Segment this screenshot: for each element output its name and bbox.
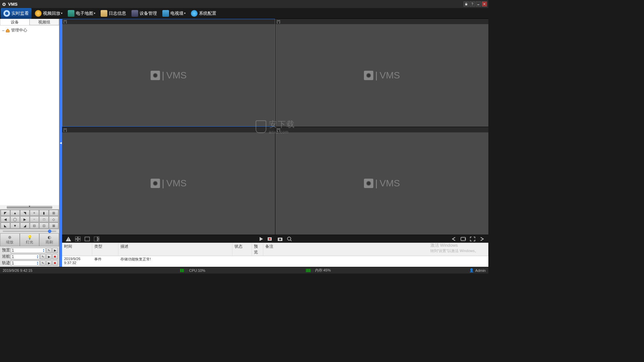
wiper-icon: ◐ (40, 235, 59, 240)
loop-button[interactable] (460, 236, 467, 242)
device-tree[interactable]: ‒ 管理中心 (0, 25, 59, 205)
main-area: [*] |VMS [*] |VMS [*] |VMS [*] |VMS 安下载a… (62, 19, 488, 267)
cell-label: [*] (275, 127, 488, 132)
camera-placeholder-icon (151, 179, 160, 188)
ptz-down-right[interactable]: ◢ (20, 223, 30, 229)
vms-placeholder: |VMS (364, 70, 400, 81)
ptz-up[interactable]: ▲ (10, 210, 20, 216)
layout-4-button[interactable] (74, 236, 82, 242)
log-row[interactable]: 2019/9/26 9:37:32 事件 视频转发功能恢复正常! (62, 265, 488, 267)
ptz-zoom-out[interactable]: － (30, 216, 39, 222)
video-cell-4[interactable]: [*] |VMS (275, 127, 488, 235)
ptz-aux2[interactable]: ⊡ (39, 223, 49, 229)
track-edit-button[interactable]: ✎ (40, 260, 46, 266)
tree-root[interactable]: ‒ 管理中心 (1, 27, 58, 34)
ptz-control-grid: ◤ ▲ ◥ ＋ ▮ ⊞ ◀ ◯ ▶ － □ ◇ ◣ ▼ ◢ ⊟ ⊡ ⊠ (0, 209, 59, 229)
titlebar: VMS ? (0, 0, 488, 8)
alarm-icon[interactable]: ! (65, 236, 72, 242)
track-play-button[interactable]: ▶ (46, 260, 52, 266)
user-icon: 👤 (469, 268, 474, 273)
camera-placeholder-icon (151, 71, 160, 80)
track-delete-button[interactable]: ✖ (52, 260, 58, 266)
vms-placeholder: |VMS (151, 178, 187, 189)
ptz-iris-close[interactable]: ◇ (49, 216, 58, 222)
video-cell-1[interactable]: [*] |VMS (62, 19, 275, 127)
prev-page-button[interactable] (450, 236, 458, 242)
event-log: 时间 类型 描述 状态 预览 备注 2019/9/26 9:37:32 事件 存… (62, 243, 488, 267)
sidebar: 设备 视频组 ‒ 管理中心 ◤ ▲ ◥ ＋ ▮ ⊞ ◀ ◯ ▶ － □ ◇ ◣ … (0, 19, 59, 267)
col-desc: 描述 (118, 243, 232, 256)
status-datetime: 2019/9/26 9:42:15 (3, 268, 33, 273)
minus-icon: ‒ (2, 28, 5, 33)
fullscreen-toggle-button[interactable] (469, 236, 476, 242)
sidebar-collapse-handle[interactable]: ◀ (59, 19, 62, 267)
ptz-right[interactable]: ▶ (20, 216, 30, 222)
video-cell-2[interactable]: [*] |VMS (275, 19, 488, 127)
minimize-button[interactable] (476, 1, 481, 7)
snapshot-button[interactable] (276, 236, 284, 242)
status-cpu: CPU:10% (180, 268, 205, 273)
camera-icon (3, 10, 10, 17)
ptz-stop[interactable]: ◯ (10, 216, 20, 222)
ptz-down[interactable]: ▼ (10, 223, 20, 229)
cruise-edit-button[interactable]: ✎ (40, 254, 46, 259)
svg-rect-7 (75, 237, 77, 239)
ptz-tab-light[interactable]: 💡灯光 (20, 233, 40, 246)
tab-config[interactable]: 系统配置 (188, 8, 219, 19)
cruise-row: 巡航 1▲▼ ✎ ▶ ✖ (1, 253, 58, 260)
zoom-icon: ⊕ (0, 235, 19, 240)
tab-log[interactable]: 日志信息 (98, 8, 129, 19)
monitor-icon (131, 10, 138, 17)
ptz-up-left[interactable]: ◤ (1, 210, 10, 216)
svg-point-16 (269, 238, 271, 240)
ptz-iris-open[interactable]: ⊞ (49, 210, 58, 216)
preset-call-button[interactable]: ▶ (52, 248, 58, 253)
ptz-zoom-in[interactable]: ＋ (30, 210, 39, 216)
ptz-left[interactable]: ◀ (1, 216, 10, 222)
tab-live-view[interactable]: 实时监看 (1, 8, 32, 19)
next-page-button[interactable] (478, 236, 486, 242)
tree-collapse-handle[interactable] (7, 206, 52, 208)
lock-button[interactable] (464, 1, 469, 7)
chevron-down-icon: ▾ (94, 12, 95, 15)
cruise-delete-button[interactable]: ✖ (52, 254, 58, 259)
log-row[interactable]: 2019/9/26 9:37:32 事件 存储功能恢复正常! (62, 256, 488, 265)
cell-label: [*] (62, 127, 275, 132)
ptz-focus-far[interactable]: □ (39, 216, 49, 222)
tab-emap[interactable]: 电子地图▾ (65, 8, 98, 19)
track-input[interactable]: 1▲▼ (11, 260, 40, 266)
ptz-aux3[interactable]: ⊠ (49, 223, 58, 229)
preset-edit-button[interactable]: ✎ (46, 248, 52, 253)
play-button[interactable] (258, 236, 265, 242)
sidetab-devices[interactable]: 设备 (0, 19, 30, 25)
ptz-tab-zoom[interactable]: ⊕缩放 (0, 233, 20, 246)
track-row: 轨迹 1▲▼ ✎ ▶ ✖ (1, 260, 58, 266)
ptz-focus-near[interactable]: ▮ (39, 210, 49, 216)
close-button[interactable] (482, 1, 487, 7)
help-button[interactable]: ? (470, 1, 475, 7)
svg-text:!: ! (68, 238, 69, 241)
layout-custom-button[interactable] (93, 236, 100, 242)
record-button[interactable] (267, 236, 274, 242)
app-title: VMS (8, 2, 17, 7)
svg-point-18 (279, 238, 281, 240)
preset-input[interactable]: 1▲▼ (11, 248, 46, 253)
cruise-play-button[interactable]: ▶ (46, 254, 52, 259)
col-time: 时间 (62, 243, 92, 256)
video-cell-3[interactable]: [*] |VMS (62, 127, 275, 235)
sidetab-groups[interactable]: 视频组 (30, 19, 59, 25)
tab-tvwall[interactable]: 电视墙▾ (160, 8, 188, 19)
col-preview: 预览 (252, 243, 263, 256)
ptz-aux1[interactable]: ⊟ (30, 223, 39, 229)
ptz-speed-slider[interactable] (0, 229, 59, 233)
tab-device[interactable]: 设备管理 (129, 8, 160, 19)
ptz-down-left[interactable]: ◣ (1, 223, 10, 229)
tab-playback[interactable]: 视频回放▾ (32, 8, 65, 19)
svg-point-1 (3, 4, 5, 5)
zoom-button[interactable] (286, 236, 293, 242)
fullscreen-button[interactable] (84, 236, 91, 242)
cruise-input[interactable]: 1▲▼ (11, 254, 40, 259)
ptz-tab-wiper[interactable]: ◐雨刷 (39, 233, 59, 246)
ptz-up-right[interactable]: ◥ (20, 210, 30, 216)
status-user[interactable]: 👤 Admin (469, 268, 486, 273)
